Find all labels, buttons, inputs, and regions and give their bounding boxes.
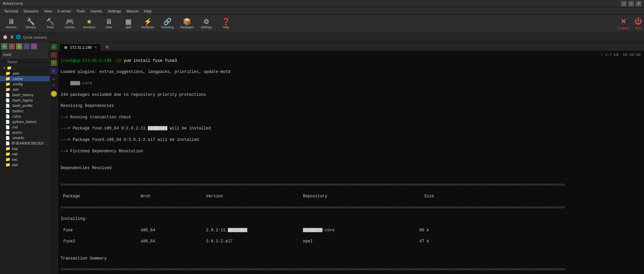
term-line-fuse: fuse x86_64 2.9.2-11.████████ ████████-c… xyxy=(61,228,641,233)
menu-games[interactable]: Games xyxy=(88,8,105,14)
close-button[interactable]: ✕ xyxy=(636,1,641,6)
tree-item-xac[interactable]: 📁 xac xyxy=(0,157,49,162)
ft-btn-1[interactable]: ▲ xyxy=(1,43,7,49)
tree-item-xoa[interactable]: 📁 xoa xyxy=(0,146,49,151)
settings-icon: ⚙ xyxy=(203,18,209,25)
session-button[interactable]: 🖥 Session xyxy=(2,15,20,32)
ft-btn-4[interactable]: ↓ xyxy=(24,43,30,49)
sessions-button[interactable]: ★ Sessions xyxy=(80,15,98,32)
tree-item-cshrc[interactable]: 📄 .cshrc xyxy=(0,114,49,119)
file-icon: 📄 xyxy=(5,136,10,140)
terminal-tab[interactable]: 🖥 172.31.1.198 ✕ xyxy=(59,43,101,51)
tab-close-button[interactable]: ✕ xyxy=(94,45,97,49)
multiexec-button[interactable]: ⚡ MultiExec xyxy=(139,15,157,32)
tools-button[interactable]: 🔨 Tools xyxy=(41,15,59,32)
size-indicator: | 3.7 kB 00:00:00 xyxy=(601,52,641,57)
xserver-button[interactable]: ✕ X server xyxy=(618,17,629,30)
term-prompt: [root@ip-172-31-1-198 ~]# xyxy=(61,58,121,63)
ft-btn-5[interactable]: ↑ xyxy=(31,43,37,49)
side-icon-1[interactable]: ★ xyxy=(51,44,57,50)
quickconnect-bar: 🏠 🖥 🌐 Quick connect... xyxy=(0,32,644,42)
menubar: Terminal Sessions View X server Tools Ga… xyxy=(0,7,644,15)
file-icon: 📄 xyxy=(5,141,10,146)
term-line-8: --> Finished Dependency Resolution xyxy=(61,149,641,154)
multiexec-icon: ⚡ xyxy=(144,18,152,25)
folder-icon: 📁 xyxy=(5,152,10,156)
tree-item-label: .aws xyxy=(12,71,20,75)
tree-item-aws[interactable]: 📁 .aws xyxy=(0,71,49,76)
minimize-button[interactable]: ─ xyxy=(621,1,626,6)
tree-item-label: .ssh xyxy=(12,87,19,91)
games-icon: 🎮 xyxy=(66,18,74,25)
maximize-button[interactable]: □ xyxy=(629,1,634,6)
servers-button[interactable]: 🔧 Servers xyxy=(22,15,40,32)
folder-icon: 📁 xyxy=(5,82,10,86)
tree-item-config[interactable]: 📁 .config xyxy=(0,81,49,87)
settings-label: Settings xyxy=(201,26,212,29)
side-icon-7[interactable]: ● xyxy=(51,91,57,97)
tree-item-tcshrc[interactable]: 📄 .tcshrc xyxy=(0,130,49,135)
exit-button[interactable]: ⏻ Exit xyxy=(635,17,642,30)
help-button[interactable]: ❓ Help xyxy=(217,15,235,32)
menu-help[interactable]: Help xyxy=(141,8,155,14)
side-icon-2[interactable]: ✕ xyxy=(51,52,57,58)
tree-item-label: .tcshrc xyxy=(11,130,22,134)
tree-item-label: .config xyxy=(12,82,23,86)
tree-item-label: .bash_logout xyxy=(11,98,33,102)
menu-view[interactable]: View xyxy=(41,8,55,14)
tree-item-bash-logout[interactable]: 📄 .bash_logout xyxy=(0,97,49,103)
term-line-10: Dependencies Resolved xyxy=(61,165,641,171)
file-icon: 📄 xyxy=(5,114,10,119)
tree-item-label: xac xyxy=(12,157,18,161)
packages-button[interactable]: 📦 Packages xyxy=(178,15,196,32)
side-icon-3[interactable]: ⚡ xyxy=(51,60,57,66)
tree-item-cache[interactable]: 📁 .cache xyxy=(0,76,49,81)
tunneling-button[interactable]: 🔗 Tunneling xyxy=(158,15,176,32)
tree-item-bash-history[interactable]: 📄 .bash_history xyxy=(0,92,49,97)
tree-item-label: .bashrc xyxy=(11,109,24,113)
filetree-path[interactable]: /root/ xyxy=(1,51,48,58)
tree-item-dotdot[interactable]: ▼ 📁 .. xyxy=(0,65,49,71)
side-icon-5[interactable]: ✕ xyxy=(53,77,55,81)
tree-item-label: xab xyxy=(12,152,18,156)
toolbar: 🖥 Session 🔧 Servers 🔨 Tools 🎮 Games ★ Se… xyxy=(0,15,644,32)
file-icon: 📄 xyxy=(5,130,10,135)
tree-item-xad[interactable]: 📁 xad xyxy=(0,162,49,167)
tree-item-hash[interactable]: 📄 9F3E44069CB5CB1F… xyxy=(0,141,49,146)
filetree-column-header: Name xyxy=(0,59,49,65)
tree-item-label: .viminfo xyxy=(11,136,24,140)
terminal-output[interactable]: [root@ip-172-31-1-198 ~]# yum install fu… xyxy=(58,51,644,274)
view-button[interactable]: 🖥 View xyxy=(100,15,118,32)
tree-item-rnd[interactable]: 📄 .rnd xyxy=(0,124,49,130)
split-button[interactable]: ▦ Split xyxy=(119,15,137,32)
tree-item-python-history[interactable]: 📄 .python_history xyxy=(0,119,49,124)
star-icon: ★ xyxy=(86,18,92,25)
file-icon: 📄 xyxy=(5,104,10,108)
side-icon-6[interactable]: ⬡ xyxy=(52,83,55,87)
settings-button[interactable]: ⚙ Settings xyxy=(197,15,215,32)
side-icon-4[interactable]: ▶ xyxy=(51,68,57,74)
menu-settings[interactable]: Settings xyxy=(105,8,124,14)
menu-macros[interactable]: Macros xyxy=(124,8,141,14)
tunneling-icon: 🔗 xyxy=(163,18,172,25)
tree-item-viminfo[interactable]: 📄 .viminfo xyxy=(0,135,49,141)
ft-btn-2[interactable]: ✕ xyxy=(9,43,15,49)
menu-tools[interactable]: Tools xyxy=(74,8,88,14)
tree-item-ssh[interactable]: 📁 .ssh xyxy=(0,87,49,92)
split-icon: ▦ xyxy=(125,18,132,25)
games-button[interactable]: 🎮 Games xyxy=(61,15,79,32)
term-table-header: Package Arch Version Repository Size xyxy=(61,194,641,199)
tree-item-label: .bash_profile xyxy=(11,104,33,108)
view-icon: 🖥 xyxy=(105,18,112,25)
tree-item-bash-profile[interactable]: 📄 .bash_profile xyxy=(0,103,49,108)
menu-terminal[interactable]: Terminal xyxy=(1,8,21,14)
menu-xserver[interactable]: X server xyxy=(55,8,74,14)
ft-btn-3[interactable]: ↻ xyxy=(16,43,22,49)
tree-item-label: .. xyxy=(13,66,15,70)
tree-item-bashrc[interactable]: 📄 .bashrc xyxy=(0,108,49,114)
menu-sessions[interactable]: Sessions xyxy=(21,8,41,14)
view-label: View xyxy=(105,26,112,29)
new-tab-button[interactable]: ⊕ xyxy=(103,43,111,51)
tab-icon: 🖥 xyxy=(64,45,67,49)
tree-item-xab[interactable]: 📁 xab xyxy=(0,151,49,157)
